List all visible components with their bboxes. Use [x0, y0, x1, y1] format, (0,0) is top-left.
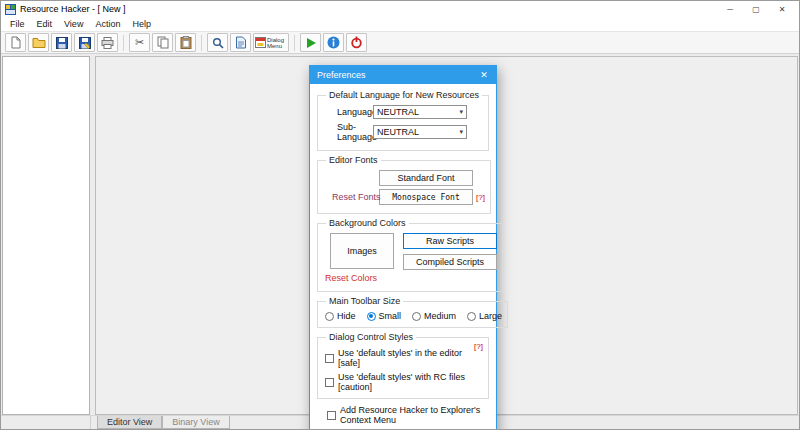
toolbar: ✂ Dialog Menu [1, 31, 799, 54]
group-dialog-control-styles-title: Dialog Control Styles [326, 332, 416, 342]
toolbar-separator [201, 35, 202, 51]
about-button[interactable] [323, 33, 344, 52]
radio-small[interactable]: Small [367, 311, 402, 321]
sub-language-value: NEUTRAL [377, 127, 419, 137]
dialog-window-icon [255, 37, 266, 48]
checkbox-icon[interactable] [327, 411, 336, 420]
tab-binary-view[interactable]: Binary View [162, 416, 229, 429]
open-file-button[interactable] [28, 33, 49, 52]
checkbox-icon[interactable] [325, 378, 334, 387]
script-document-icon [235, 36, 247, 49]
explorer-context-menu-label[interactable]: Add Resource Hacker to Explorer's Contex… [340, 405, 489, 425]
statusbar-left-panel [1, 416, 91, 429]
new-file-icon [10, 36, 22, 49]
radio-small-label: Small [379, 311, 402, 321]
raw-scripts-color-button[interactable]: Raw Scripts [403, 233, 497, 249]
menu-edit[interactable]: Edit [31, 19, 59, 29]
info-icon [327, 36, 340, 49]
sub-language-select[interactable]: NEUTRAL ▾ [373, 125, 467, 139]
new-file-button[interactable] [5, 33, 26, 52]
group-toolbar-size-title: Main Toolbar Size [326, 296, 403, 306]
compile-button[interactable] [300, 33, 321, 52]
dialog-menu-button[interactable]: Dialog Menu [253, 33, 289, 52]
magnifier-icon [212, 37, 224, 49]
minimize-button[interactable]: ─ [717, 1, 743, 17]
copy-icon [157, 36, 169, 49]
language-value: NEUTRAL [377, 107, 419, 117]
exit-button[interactable] [346, 33, 367, 52]
play-icon [305, 37, 317, 49]
monospace-font-button[interactable]: Monospace Font [379, 189, 473, 205]
preferences-body: Default Language for New Resources Langu… [310, 84, 496, 430]
images-color-button[interactable]: Images [330, 233, 394, 269]
window-title: Resource Hacker - [ New ] [20, 4, 126, 14]
view-tabs: Editor View Binary View [97, 416, 230, 429]
radio-hide[interactable]: Hide [325, 311, 356, 321]
tab-editor-view[interactable]: Editor View [97, 416, 162, 429]
default-styles-editor-label[interactable]: Use 'default styles' in the editor [safe… [338, 348, 483, 368]
radio-large[interactable]: Large [467, 311, 502, 321]
titlebar: Resource Hacker - [ New ] ─ ▢ ✕ [1, 1, 799, 17]
chevron-down-icon: ▾ [459, 128, 463, 136]
menubar: File Edit View Action Help [1, 17, 799, 31]
save-as-floppy-icon [79, 37, 91, 49]
open-folder-icon [32, 37, 46, 48]
reset-colors-link[interactable]: Reset Colors [325, 273, 377, 283]
save-button[interactable] [51, 33, 72, 52]
language-select[interactable]: NEUTRAL ▾ [373, 105, 467, 119]
sub-language-label: Sub-Language [323, 122, 373, 142]
styles-help-mark[interactable]: [?] [474, 342, 483, 351]
script-editor-button[interactable] [230, 33, 251, 52]
menu-help[interactable]: Help [126, 19, 157, 29]
resource-tree-panel[interactable] [2, 56, 90, 415]
radio-large-label: Large [479, 311, 502, 321]
preferences-titlebar: Preferences ✕ [310, 66, 496, 84]
resource-hacker-window: Resource Hacker - [ New ] ─ ▢ ✕ File Edi… [0, 0, 800, 430]
radio-icon [325, 312, 334, 321]
group-editor-fonts-title: Editor Fonts [326, 155, 381, 165]
toolbar-separator [294, 35, 295, 51]
cut-button[interactable]: ✂ [129, 33, 150, 52]
chevron-down-icon: ▾ [459, 108, 463, 116]
default-styles-rc-checkbox-row[interactable]: Use 'default styles' with RC files [caut… [325, 372, 483, 392]
paste-button[interactable] [175, 33, 196, 52]
close-button[interactable]: ✕ [769, 1, 795, 17]
menu-view[interactable]: View [58, 19, 89, 29]
reset-fonts-link[interactable]: Reset Fonts [332, 192, 381, 202]
dialog-menu-label: Dialog Menu [267, 37, 287, 49]
menu-file[interactable]: File [4, 19, 31, 29]
group-default-language: Default Language for New Resources Langu… [317, 90, 489, 151]
radio-medium-label: Medium [424, 311, 456, 321]
compiled-scripts-color-button[interactable]: Compiled Scripts [403, 254, 497, 270]
default-styles-rc-label[interactable]: Use 'default styles' with RC files [caut… [338, 372, 483, 392]
standard-font-button[interactable]: Standard Font [379, 170, 473, 186]
power-icon [350, 36, 363, 49]
radio-checked-icon [367, 312, 376, 321]
menu-action[interactable]: Action [89, 19, 126, 29]
group-default-language-title: Default Language for New Resources [326, 90, 482, 100]
group-editor-fonts: Editor Fonts Standard Font Reset Fonts M… [317, 155, 491, 214]
radio-icon [412, 312, 421, 321]
radio-medium[interactable]: Medium [412, 311, 456, 321]
checkbox-icon[interactable] [325, 354, 334, 363]
find-button[interactable] [207, 33, 228, 52]
save-as-button[interactable] [74, 33, 95, 52]
preferences-dialog: Preferences ✕ Default Language for New R… [309, 65, 497, 430]
preferences-title: Preferences [317, 70, 366, 80]
radio-icon [467, 312, 476, 321]
group-dialog-control-styles: Dialog Control Styles [?] Use 'default s… [317, 332, 489, 399]
fonts-help-mark[interactable]: [?] [476, 193, 485, 202]
maximize-button[interactable]: ▢ [743, 1, 769, 17]
print-button[interactable] [97, 33, 118, 52]
app-icon [5, 4, 16, 15]
save-floppy-icon [56, 37, 68, 49]
copy-button[interactable] [152, 33, 173, 52]
explorer-context-menu-checkbox-row[interactable]: Add Resource Hacker to Explorer's Contex… [327, 405, 489, 425]
group-background-colors-title: Background Colors [326, 218, 409, 228]
radio-hide-label: Hide [337, 311, 356, 321]
paste-clipboard-icon [180, 36, 192, 49]
toolbar-separator [123, 35, 124, 51]
language-label: Language [323, 107, 373, 117]
default-styles-editor-checkbox-row[interactable]: Use 'default styles' in the editor [safe… [325, 348, 483, 368]
preferences-close-icon[interactable]: ✕ [472, 66, 496, 84]
